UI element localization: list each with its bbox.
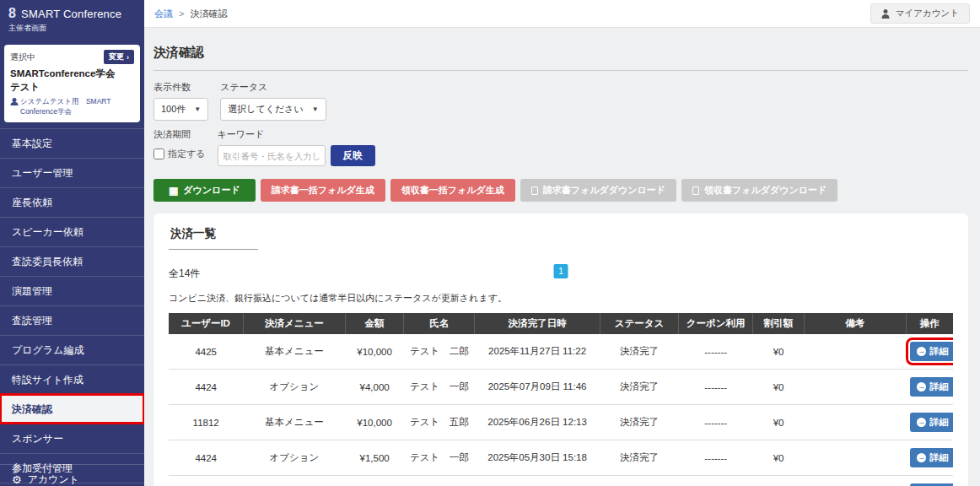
- sidebar-item-program-organization[interactable]: プログラム編成: [0, 335, 144, 364]
- sidebar-item-speaker-request[interactable]: スピーカー依頼: [0, 217, 144, 246]
- sidebar: 8 SMART Conference 主催者画面 選択中 変更 › SMARTc…: [0, 0, 144, 486]
- gear-icon: ⚙: [12, 473, 22, 486]
- total-count: 全14件: [169, 267, 200, 279]
- display-count-select[interactable]: 100件 ▼: [153, 98, 208, 121]
- cell-discount: ¥0: [753, 440, 804, 476]
- table-row: 4424オプション¥4,000テスト 一郎2025年07月09日 11:46決済…: [169, 370, 953, 405]
- table-header-row: ユーザーID決済メニュー金額氏名決済完了日時ステータスクーポン利用割引額備考操作: [169, 313, 953, 334]
- my-account-label: マイアカウント: [896, 8, 959, 19]
- column-header: 金額: [345, 313, 404, 334]
- invoice-batch-folder-button[interactable]: 請求書一括フォルダ生成: [261, 179, 385, 202]
- cell-date: 2025年05月23日 15:54: [475, 476, 600, 486]
- invoice-folder-download-label: 請求書フォルダダウンロード: [543, 184, 665, 197]
- list-meta: 全14件 1: [169, 265, 953, 280]
- column-header: 備考: [804, 313, 906, 334]
- status-select[interactable]: 選択してください ▼: [220, 98, 326, 121]
- title-divider: [153, 70, 968, 71]
- actions-row: ▦ ダウンロード 請求書一括フォルダ生成 領収書一括フォルダ生成 請求書フォルダ…: [153, 179, 968, 202]
- sidebar-item-abstract-management[interactable]: 演題管理: [0, 276, 144, 305]
- sidebar-item-user-management[interactable]: ユーザー管理: [0, 158, 144, 187]
- filter-row-1: 表示件数 100件 ▼ ステータス 選択してください ▼: [153, 81, 968, 121]
- app-root: 8 SMART Conference 主催者画面 選択中 変更 › SMARTc…: [0, 0, 980, 486]
- cell-actions: →詳細: [906, 476, 953, 486]
- table-row: 4425基本メニュー¥10,000テスト 二郎2025年11月27日 11:22…: [169, 334, 953, 370]
- cell-name: テスト 一郎: [404, 370, 475, 405]
- status-label: ステータス: [220, 81, 326, 94]
- column-header: 決済完了日時: [475, 313, 600, 334]
- conference-selector-card: 選択中 変更 › SMARTconference学会 テスト システムテスト用 …: [4, 45, 140, 122]
- cell-amount: ¥1,500: [345, 440, 404, 476]
- display-count-value: 100件: [161, 103, 186, 116]
- sidebar-menu: 基本設定ユーザー管理座長依頼スピーカー依頼査読委員長依頼演題管理査読管理プログラ…: [0, 128, 144, 483]
- keyword-label: キーワード: [218, 128, 375, 141]
- breadcrumb-current: 決済確認: [190, 8, 227, 20]
- logo-block: 8 SMART Conference 主催者画面: [0, 0, 144, 38]
- document-icon: [692, 186, 699, 195]
- arrow-circle-icon: →: [917, 418, 926, 427]
- sidebar-item-chair-request[interactable]: 座長依頼: [0, 187, 144, 217]
- payment-table: ユーザーID決済メニュー金額氏名決済完了日時ステータスクーポン利用割引額備考操作…: [169, 313, 953, 486]
- payment-table-body: 4425基本メニュー¥10,000テスト 二郎2025年11月27日 11:22…: [169, 334, 953, 486]
- conference-subname-row: システムテスト用 SMART Conference学会: [10, 97, 134, 116]
- cell-menu: オプション: [243, 440, 345, 476]
- chevron-down-icon: ▼: [194, 105, 201, 113]
- sidebar-item-review-management[interactable]: 査読管理: [0, 305, 144, 335]
- receipt-folder-download-button[interactable]: 領収書フォルダダウンロード: [681, 179, 837, 202]
- cell-user-id: 11812: [169, 405, 243, 440]
- account-label: アカウント: [28, 472, 79, 486]
- chevron-right-icon: ›: [127, 53, 129, 62]
- cell-note: [804, 440, 906, 476]
- receipt-folder-download-label: 領収書フォルダダウンロード: [704, 184, 827, 197]
- sidebar-item-account[interactable]: ⚙ アカウント: [0, 464, 144, 486]
- cell-discount: ¥9,900: [753, 476, 804, 486]
- display-count-label: 表示件数: [153, 81, 208, 94]
- sidebar-item-payment-confirmation[interactable]: 決済確認: [0, 394, 144, 424]
- logo-text: SMART Conference: [21, 8, 121, 20]
- my-account-button[interactable]: マイアカウント: [870, 3, 970, 24]
- topbar: 会議 > 決済確認 マイアカウント: [144, 0, 980, 28]
- receipt-batch-folder-button[interactable]: 領収書一括フォルダ生成: [390, 179, 515, 202]
- logo-icon: 8: [8, 6, 16, 21]
- sidebar-item-sponsor[interactable]: スポンサー: [0, 424, 144, 453]
- cell-name: テスト 五郎: [404, 476, 475, 486]
- filter-row-2: 決済期間 指定する キーワード 反映: [153, 128, 968, 166]
- invoice-folder-download-button[interactable]: 請求書フォルダダウンロード: [520, 179, 676, 202]
- cell-coupon: -------: [678, 334, 752, 370]
- detail-button[interactable]: →詳細: [910, 377, 953, 397]
- cell-amount: ¥100: [345, 476, 404, 486]
- period-label: 決済期間: [153, 128, 206, 141]
- download-button[interactable]: ▦ ダウンロード: [153, 179, 256, 202]
- apply-button[interactable]: 反映: [331, 145, 375, 166]
- detail-button-label: 詳細: [929, 381, 948, 393]
- sidebar-item-basic-settings[interactable]: 基本設定: [0, 128, 144, 158]
- column-header: クーポン利用: [678, 313, 752, 334]
- table-row: 4424オプション¥1,500テスト 一郎2025年05月30日 15:18決済…: [169, 440, 953, 476]
- sidebar-item-review-committee-request[interactable]: 査読委員長依頼: [0, 246, 144, 276]
- page-title: 決済確認: [153, 45, 968, 61]
- cell-date: 2025年11月27日 11:22: [475, 334, 600, 370]
- detail-button-label: 詳細: [929, 345, 948, 358]
- cell-status: 決済完了: [600, 334, 678, 370]
- cell-date: 2025年06月26日 12:13: [475, 405, 600, 440]
- cell-name: テスト 二郎: [404, 334, 475, 370]
- logo-subtitle: 主催者画面: [8, 23, 136, 34]
- detail-button[interactable]: →詳細: [910, 448, 953, 467]
- breadcrumb-separator: >: [179, 8, 184, 19]
- detail-button-label: 詳細: [929, 416, 948, 429]
- sidebar-item-special-site-creation[interactable]: 特設サイト作成: [0, 364, 144, 394]
- cell-user-id: 4424: [169, 370, 243, 405]
- conference-subname: システムテスト用 SMART Conference学会: [20, 97, 134, 116]
- cell-note: [804, 476, 906, 486]
- detail-button[interactable]: →詳細: [910, 342, 953, 361]
- cell-user-id: 11812: [169, 476, 243, 486]
- keyword-input[interactable]: [218, 145, 326, 166]
- pagination-page-1[interactable]: 1: [554, 264, 568, 278]
- period-checkbox[interactable]: [153, 148, 164, 159]
- change-conference-button[interactable]: 変更 ›: [104, 50, 134, 64]
- detail-button[interactable]: →詳細: [910, 413, 953, 432]
- cell-note: [804, 405, 906, 440]
- arrow-circle-icon: →: [917, 347, 926, 356]
- breadcrumb-link-conference[interactable]: 会議: [154, 8, 173, 20]
- column-header: ステータス: [600, 313, 678, 334]
- table-row: 11812基本メニュー¥100テスト 五郎2025年05月23日 15:54キャ…: [169, 476, 953, 486]
